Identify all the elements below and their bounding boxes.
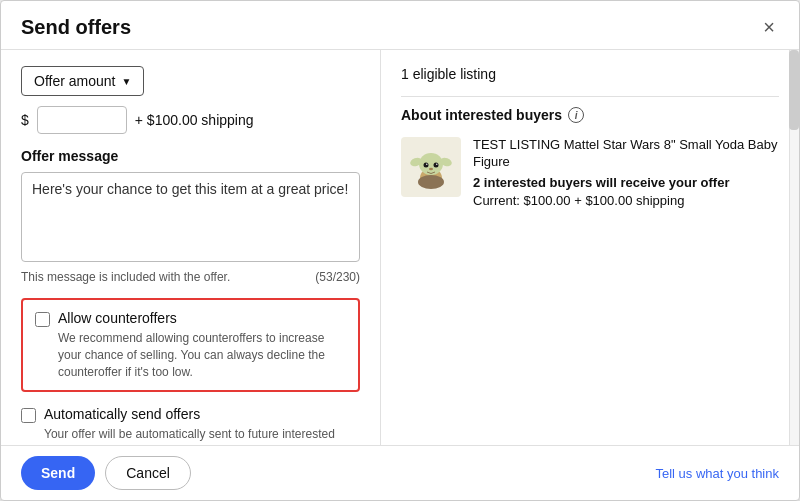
listing-card: TEST LISTING Mattel Star Wars 8" Small Y… (401, 137, 779, 208)
modal-header: Send offers × (1, 1, 799, 50)
auto-send-row: Automatically send offers Your offer wil… (21, 406, 360, 445)
offer-amount-section: Offer amount ▼ $ + $100.00 shipping (21, 66, 360, 134)
svg-point-6 (434, 163, 439, 168)
svg-point-8 (436, 164, 437, 165)
scrollbar-track[interactable] (789, 50, 799, 445)
modal-footer: Send Cancel Tell us what you think (1, 445, 799, 500)
offer-amount-dropdown[interactable]: Offer amount ▼ (21, 66, 144, 96)
counteroffer-checkbox[interactable] (35, 312, 50, 327)
message-textarea[interactable] (21, 172, 360, 262)
auto-send-checkbox[interactable] (21, 408, 36, 423)
send-offers-modal: Send offers × Offer amount ▼ $ + $100.00… (0, 0, 800, 501)
listing-image (401, 137, 461, 197)
about-buyers-row: About interested buyers i (401, 107, 779, 123)
svg-point-9 (429, 168, 433, 170)
counteroffer-desc: We recommend allowing counteroffers to i… (58, 330, 346, 380)
auto-send-label: Automatically send offers (44, 406, 360, 422)
tell-us-link[interactable]: Tell us what you think (655, 466, 779, 481)
svg-point-7 (426, 164, 427, 165)
shipping-text: + $100.00 shipping (135, 112, 254, 128)
modal-body: Offer amount ▼ $ + $100.00 shipping Offe… (1, 50, 799, 445)
auto-send-desc: Your offer will be automatically sent to… (44, 426, 360, 445)
svg-point-5 (424, 163, 429, 168)
auto-send-section: Automatically send offers Your offer wil… (21, 406, 360, 445)
auto-send-text-block: Automatically send offers Your offer wil… (44, 406, 360, 445)
scrollbar-thumb[interactable] (789, 50, 799, 130)
char-count: (53/230) (315, 270, 360, 284)
counteroffer-section: Allow counteroffers We recommend allowin… (21, 298, 360, 392)
product-image-svg (406, 142, 456, 192)
price-input[interactable] (37, 106, 127, 134)
listing-buyers: 2 interested buyers will receive your of… (473, 175, 779, 190)
right-panel: 1 eligible listing About interested buye… (381, 50, 799, 445)
footer-actions: Send Cancel (21, 456, 191, 490)
counteroffer-row: Allow counteroffers We recommend allowin… (35, 310, 346, 380)
listing-title: TEST LISTING Mattel Star Wars 8" Small Y… (473, 137, 779, 171)
dropdown-arrow-icon: ▼ (121, 76, 131, 87)
offer-amount-label: Offer amount (34, 73, 115, 89)
listing-price: Current: $100.00 + $100.00 shipping (473, 193, 779, 208)
info-icon: i (568, 107, 584, 123)
listing-info: TEST LISTING Mattel Star Wars 8" Small Y… (473, 137, 779, 208)
about-buyers-label: About interested buyers (401, 107, 562, 123)
counteroffer-label: Allow counteroffers (58, 310, 346, 326)
price-row: $ + $100.00 shipping (21, 106, 360, 134)
divider (401, 96, 779, 97)
message-hint: This message is included with the offer. (21, 270, 230, 284)
message-footer: This message is included with the offer.… (21, 270, 360, 284)
eligible-listing-text: 1 eligible listing (401, 66, 779, 82)
counteroffer-text-block: Allow counteroffers We recommend allowin… (58, 310, 346, 380)
svg-point-2 (419, 153, 443, 175)
svg-point-1 (418, 175, 444, 189)
close-button[interactable]: × (759, 15, 779, 39)
cancel-button[interactable]: Cancel (105, 456, 191, 490)
left-panel: Offer amount ▼ $ + $100.00 shipping Offe… (1, 50, 381, 445)
dollar-sign: $ (21, 112, 29, 128)
send-button[interactable]: Send (21, 456, 95, 490)
offer-message-label: Offer message (21, 148, 360, 164)
modal-title: Send offers (21, 16, 131, 39)
